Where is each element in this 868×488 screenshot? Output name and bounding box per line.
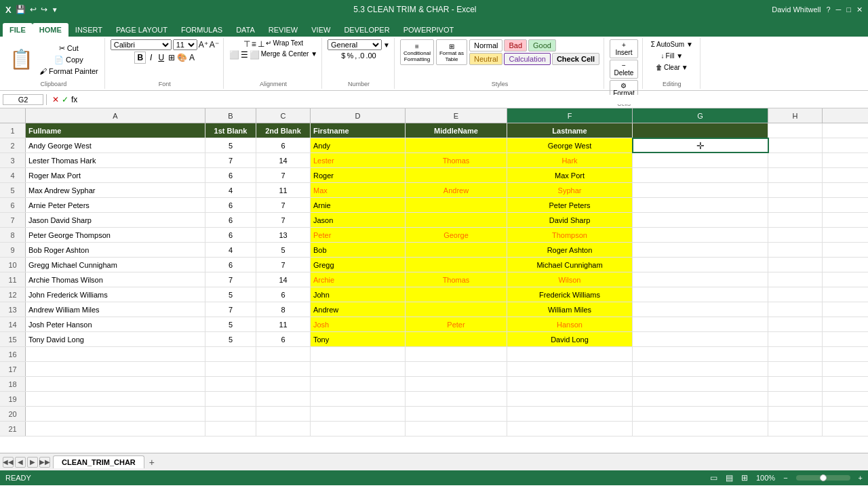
cell-h16[interactable] [768, 347, 823, 361]
cell-g15[interactable] [633, 332, 768, 346]
cell-a10[interactable]: Gregg Michael Cunnigham [26, 258, 205, 272]
cell-d13[interactable]: Andrew [311, 302, 406, 317]
cell-h8[interactable] [768, 228, 823, 242]
cell-c21[interactable] [256, 422, 311, 436]
cell-g7[interactable] [633, 213, 768, 227]
cell-b14[interactable]: 5 [205, 317, 256, 331]
cell-a21[interactable] [26, 422, 205, 436]
close-btn[interactable]: ✕ [856, 5, 863, 14]
cell-a16[interactable] [26, 347, 205, 361]
fill-color-btn[interactable]: 🎨 [177, 53, 187, 62]
cell-h13[interactable] [768, 302, 823, 317]
format-as-table-btn[interactable]: ⊞ Format as Table [436, 39, 467, 65]
cell-d3[interactable]: Lester [311, 153, 406, 167]
cell-a3[interactable]: Lester Thomas Hark [26, 153, 205, 167]
cell-c14[interactable]: 11 [256, 317, 311, 331]
cell-d14[interactable]: Josh [311, 317, 406, 331]
cell-e7[interactable] [406, 213, 507, 227]
cell-d20[interactable] [311, 407, 406, 421]
cell-c19[interactable] [256, 392, 311, 406]
decrease-font-btn[interactable]: A⁻ [210, 40, 219, 49]
cell-f2[interactable]: George West [507, 138, 633, 152]
cell-d5[interactable]: Max [311, 183, 406, 197]
cell-g5[interactable] [633, 183, 768, 197]
wrap-text-btn[interactable]: ↵ Wrap Text [266, 39, 303, 49]
cell-e2[interactable] [406, 138, 507, 152]
cut-button[interactable]: ✂ Cut [37, 43, 100, 54]
cell-g11[interactable] [633, 272, 768, 287]
number-format-down-icon[interactable]: ▼ [383, 41, 390, 49]
fill-btn[interactable]: ↓ Fill ▼ [658, 51, 686, 61]
decrease-decimal-btn[interactable]: .00 [366, 52, 376, 60]
cell-c16[interactable] [256, 347, 311, 361]
cell-f20[interactable] [507, 407, 633, 421]
bold-btn[interactable]: B [134, 52, 146, 64]
cell-c17[interactable] [256, 362, 311, 376]
cell-f14[interactable]: Hanson [507, 317, 633, 331]
cell-b5[interactable]: 4 [205, 183, 256, 197]
cell-b4[interactable]: 6 [205, 168, 256, 182]
cell-d21[interactable] [311, 422, 406, 436]
cell-h19[interactable] [768, 392, 823, 406]
cell-d1[interactable]: Firstname [311, 123, 406, 138]
cell-d12[interactable]: John [311, 287, 406, 302]
cell-c1[interactable]: 2nd Blank [256, 123, 311, 138]
cell-h4[interactable] [768, 168, 823, 182]
cell-c10[interactable]: 7 [256, 258, 311, 272]
cell-c15[interactable]: 6 [256, 332, 311, 346]
bad-style[interactable]: Bad [504, 39, 527, 52]
zoom-out-btn[interactable]: − [783, 474, 787, 482]
tab-insert[interactable]: INSERT [68, 23, 109, 37]
cell-c11[interactable]: 14 [256, 272, 311, 287]
cell-f5[interactable]: Syphar [507, 183, 633, 197]
cell-e21[interactable] [406, 422, 507, 436]
cell-g8[interactable] [633, 228, 768, 242]
calculation-style[interactable]: Calculation [504, 53, 550, 65]
quick-access-undo[interactable]: ↩ [30, 5, 37, 14]
tab-view[interactable]: VIEW [304, 23, 337, 37]
cell-d17[interactable] [311, 362, 406, 376]
cell-b11[interactable]: 7 [205, 272, 256, 287]
zoom-in-btn[interactable]: + [859, 474, 863, 482]
cell-g12[interactable] [633, 287, 768, 302]
tab-powerpivot[interactable]: POWERPIVOT [397, 23, 461, 37]
cell-c3[interactable]: 14 [256, 153, 311, 167]
format-painter-button[interactable]: 🖌 Format Painter [37, 66, 100, 76]
cell-c7[interactable]: 7 [256, 213, 311, 227]
font-color-btn[interactable]: A [189, 53, 195, 62]
currency-btn[interactable]: $ [341, 52, 345, 60]
cell-d19[interactable] [311, 392, 406, 406]
conditional-formatting-btn[interactable]: ≡ Conditional Formatting [400, 39, 434, 65]
border-btn[interactable]: ⊞ [168, 53, 175, 62]
cell-f1[interactable]: Lastname [507, 123, 633, 138]
cell-e10[interactable] [406, 258, 507, 272]
cell-b15[interactable]: 5 [205, 332, 256, 346]
cell-h7[interactable] [768, 213, 823, 227]
autosum-btn[interactable]: Σ AutoSum ▼ [648, 39, 696, 49]
cell-e11[interactable]: Thomas [406, 272, 507, 287]
tab-data[interactable]: DATA [229, 23, 262, 37]
cell-b18[interactable] [205, 377, 256, 391]
cell-h10[interactable] [768, 258, 823, 272]
quick-access-save[interactable]: 💾 [16, 5, 26, 14]
sheet-scroll-prev-btn[interactable]: ◀ [15, 457, 26, 468]
cell-a2[interactable]: Andy George West [26, 138, 205, 152]
cell-c12[interactable]: 6 [256, 287, 311, 302]
cell-e6[interactable] [406, 198, 507, 212]
cell-a1[interactable]: Fullname [26, 123, 205, 138]
cell-a7[interactable]: Jason David Sharp [26, 213, 205, 227]
cell-d6[interactable]: Arnie [311, 198, 406, 212]
cell-b13[interactable]: 7 [205, 302, 256, 317]
paste-button[interactable]: 📋 [7, 47, 36, 72]
underline-btn[interactable]: U [156, 52, 166, 63]
increase-decimal-btn[interactable]: .0 [358, 52, 364, 60]
cell-g21[interactable] [633, 422, 768, 436]
normal-view-btn[interactable]: ▭ [710, 473, 717, 483]
cell-f11[interactable]: Wilson [507, 272, 633, 287]
cell-f6[interactable]: Peter Peters [507, 198, 633, 212]
cell-h2[interactable] [768, 138, 823, 152]
cell-h12[interactable] [768, 287, 823, 302]
cell-e13[interactable] [406, 302, 507, 317]
cell-e19[interactable] [406, 392, 507, 406]
col-header-g[interactable]: G [633, 108, 768, 123]
